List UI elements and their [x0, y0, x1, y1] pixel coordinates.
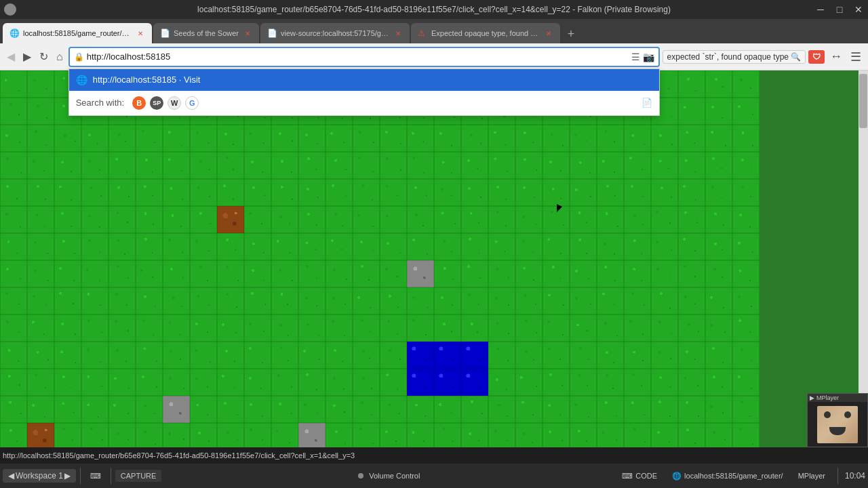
grid-cell[interactable]: [217, 369, 244, 396]
grid-cell[interactable]: [651, 152, 678, 179]
grid-cell[interactable]: [0, 423, 27, 447]
grid-cell[interactable]: [190, 396, 217, 423]
grid-cell[interactable]: [461, 206, 488, 233]
grid-cell[interactable]: [271, 206, 298, 233]
grid-cell[interactable]: [461, 125, 488, 152]
grid-cell[interactable]: [407, 369, 434, 396]
grid-cell[interactable]: [190, 287, 217, 314]
grid-cell[interactable]: [407, 179, 434, 206]
grid-cell[interactable]: [624, 423, 651, 447]
grid-cell[interactable]: [271, 233, 298, 260]
grid-cell[interactable]: [678, 233, 705, 260]
grid-cell[interactable]: [81, 233, 108, 260]
grid-cell[interactable]: [488, 125, 515, 152]
grid-cell[interactable]: [488, 287, 515, 314]
grid-cell[interactable]: [380, 423, 407, 447]
grid-cell[interactable]: [136, 206, 163, 233]
grid-cell[interactable]: [353, 369, 380, 396]
grid-cell[interactable]: [705, 233, 732, 260]
grid-cell[interactable]: [163, 179, 190, 206]
grid-cell[interactable]: [163, 206, 190, 233]
tab-close-1[interactable]: ✕: [136, 28, 145, 38]
grid-cell[interactable]: [271, 369, 298, 396]
tab-close-4[interactable]: ✕: [544, 28, 553, 38]
grid-cell[interactable]: [407, 342, 434, 369]
grid-cell[interactable]: [407, 423, 434, 447]
reload-button[interactable]: ↻: [37, 47, 51, 66]
grid-cell[interactable]: [678, 423, 705, 447]
grid-cell[interactable]: [217, 342, 244, 369]
grid-cell[interactable]: [353, 287, 380, 314]
grid-cell[interactable]: [570, 206, 597, 233]
grid-cell[interactable]: [0, 152, 27, 179]
grid-cell[interactable]: [0, 396, 27, 423]
grid-cell[interactable]: [515, 396, 542, 423]
grid-cell[interactable]: [108, 396, 136, 423]
grid-cell[interactable]: [678, 396, 705, 423]
grid-cell[interactable]: [597, 369, 624, 396]
grid-cell[interactable]: [298, 369, 326, 396]
grid-cell[interactable]: [81, 314, 108, 342]
grid-cell[interactable]: [732, 179, 760, 206]
grid-cell[interactable]: [27, 423, 54, 447]
grid-cell[interactable]: [244, 206, 271, 233]
grid-cell[interactable]: [515, 206, 542, 233]
menu-button[interactable]: ☰: [848, 47, 864, 67]
grid-cell[interactable]: [515, 423, 542, 447]
grid-cell[interactable]: [326, 314, 353, 342]
grid-cell[interactable]: [570, 179, 597, 206]
grid-cell[interactable]: [217, 125, 244, 152]
grid-cell[interactable]: [108, 342, 136, 369]
grid-cell[interactable]: [326, 179, 353, 206]
grid-cell[interactable]: [434, 206, 461, 233]
grid-cell[interactable]: [108, 369, 136, 396]
grid-cell[interactable]: [0, 125, 27, 152]
grid-cell[interactable]: [217, 206, 244, 233]
grid-cell[interactable]: [0, 342, 27, 369]
grid-cell[interactable]: [136, 342, 163, 369]
grid-cell[interactable]: [488, 342, 515, 369]
grid-cell[interactable]: [515, 152, 542, 179]
grid-cell[interactable]: [54, 287, 81, 314]
grid-cell[interactable]: [244, 179, 271, 206]
grid-cell[interactable]: [407, 152, 434, 179]
grid-cell[interactable]: [217, 179, 244, 206]
grid-cell[interactable]: [542, 152, 570, 179]
grid-cell[interactable]: [136, 260, 163, 287]
grid-cell[interactable]: [434, 233, 461, 260]
grid-cell[interactable]: [27, 233, 54, 260]
grid-cell[interactable]: [244, 287, 271, 314]
grid-cell[interactable]: [298, 206, 326, 233]
grid-cell[interactable]: [353, 152, 380, 179]
grid-cell[interactable]: [624, 396, 651, 423]
grid-cell[interactable]: [380, 287, 407, 314]
grid-cell[interactable]: [0, 179, 27, 206]
workspace-back-arrow[interactable]: ◀: [8, 471, 14, 481]
grid-cell[interactable]: [705, 98, 732, 125]
scrollbar-thumb[interactable]: [859, 74, 867, 128]
grid-cell[interactable]: [515, 179, 542, 206]
grid-cell[interactable]: [27, 260, 54, 287]
grid-cell[interactable]: [136, 287, 163, 314]
grid-cell[interactable]: [488, 423, 515, 447]
grid-cell[interactable]: [651, 206, 678, 233]
grid-cell[interactable]: [271, 287, 298, 314]
grid-cell[interactable]: [108, 179, 136, 206]
grid-cell[interactable]: [0, 369, 27, 396]
grid-cell[interactable]: [597, 233, 624, 260]
grid-cell[interactable]: [651, 369, 678, 396]
grid-cell[interactable]: [54, 369, 81, 396]
grid-cell[interactable]: [732, 287, 760, 314]
grid-cell[interactable]: [461, 342, 488, 369]
grid-cell[interactable]: [190, 206, 217, 233]
grid-cell[interactable]: [217, 423, 244, 447]
sync-button[interactable]: ↔: [827, 47, 845, 66]
grid-cell[interactable]: [624, 314, 651, 342]
grid-cell[interactable]: [54, 260, 81, 287]
grid-cell[interactable]: [407, 314, 434, 342]
address-screenshot-button[interactable]: 📷: [643, 52, 654, 62]
grid-cell[interactable]: [380, 342, 407, 369]
grid-cell[interactable]: [488, 152, 515, 179]
grid-cell[interactable]: [542, 233, 570, 260]
grid-cell[interactable]: [298, 233, 326, 260]
